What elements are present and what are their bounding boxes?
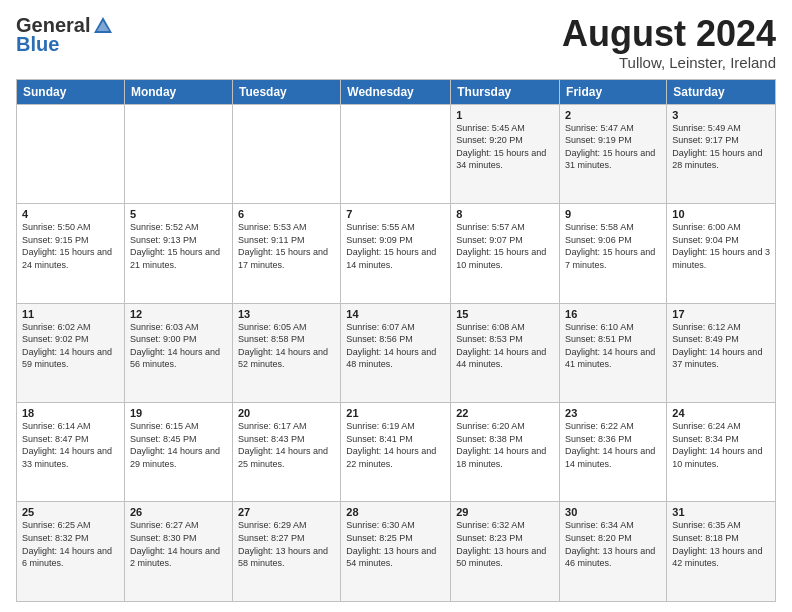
calendar-table: Sunday Monday Tuesday Wednesday Thursday…: [16, 79, 776, 602]
day-detail: Sunrise: 6:35 AMSunset: 8:18 PMDaylight:…: [672, 519, 770, 569]
day-number: 18: [22, 407, 119, 419]
calendar-cell: 17Sunrise: 6:12 AMSunset: 8:49 PMDayligh…: [667, 303, 776, 402]
day-detail: Sunrise: 6:03 AMSunset: 9:00 PMDaylight:…: [130, 321, 227, 371]
day-detail: Sunrise: 6:29 AMSunset: 8:27 PMDaylight:…: [238, 519, 335, 569]
day-detail: Sunrise: 5:55 AMSunset: 9:09 PMDaylight:…: [346, 221, 445, 271]
calendar-cell: 14Sunrise: 6:07 AMSunset: 8:56 PMDayligh…: [341, 303, 451, 402]
day-number: 21: [346, 407, 445, 419]
calendar-cell: 29Sunrise: 6:32 AMSunset: 8:23 PMDayligh…: [451, 502, 560, 602]
day-number: 5: [130, 208, 227, 220]
calendar-cell: 13Sunrise: 6:05 AMSunset: 8:58 PMDayligh…: [232, 303, 340, 402]
logo-icon: [92, 15, 114, 37]
calendar-cell: [124, 104, 232, 203]
calendar-cell: 11Sunrise: 6:02 AMSunset: 9:02 PMDayligh…: [17, 303, 125, 402]
day-number: 26: [130, 506, 227, 518]
day-number: 22: [456, 407, 554, 419]
day-number: 7: [346, 208, 445, 220]
header-row: Sunday Monday Tuesday Wednesday Thursday…: [17, 79, 776, 104]
calendar-cell: 28Sunrise: 6:30 AMSunset: 8:25 PMDayligh…: [341, 502, 451, 602]
col-saturday: Saturday: [667, 79, 776, 104]
calendar-cell: 6Sunrise: 5:53 AMSunset: 9:11 PMDaylight…: [232, 204, 340, 303]
calendar-cell: 5Sunrise: 5:52 AMSunset: 9:13 PMDaylight…: [124, 204, 232, 303]
day-number: 10: [672, 208, 770, 220]
day-number: 27: [238, 506, 335, 518]
day-detail: Sunrise: 6:22 AMSunset: 8:36 PMDaylight:…: [565, 420, 661, 470]
col-monday: Monday: [124, 79, 232, 104]
calendar-cell: [341, 104, 451, 203]
day-number: 6: [238, 208, 335, 220]
day-number: 8: [456, 208, 554, 220]
header: General Blue August 2024 Tullow, Leinste…: [16, 14, 776, 71]
day-detail: Sunrise: 6:02 AMSunset: 9:02 PMDaylight:…: [22, 321, 119, 371]
day-detail: Sunrise: 5:47 AMSunset: 9:19 PMDaylight:…: [565, 122, 661, 172]
title-block: August 2024 Tullow, Leinster, Ireland: [562, 14, 776, 71]
day-detail: Sunrise: 5:57 AMSunset: 9:07 PMDaylight:…: [456, 221, 554, 271]
day-detail: Sunrise: 6:12 AMSunset: 8:49 PMDaylight:…: [672, 321, 770, 371]
day-number: 30: [565, 506, 661, 518]
day-number: 24: [672, 407, 770, 419]
col-thursday: Thursday: [451, 79, 560, 104]
day-number: 25: [22, 506, 119, 518]
day-detail: Sunrise: 6:20 AMSunset: 8:38 PMDaylight:…: [456, 420, 554, 470]
day-detail: Sunrise: 6:30 AMSunset: 8:25 PMDaylight:…: [346, 519, 445, 569]
day-detail: Sunrise: 6:00 AMSunset: 9:04 PMDaylight:…: [672, 221, 770, 271]
calendar-cell: 12Sunrise: 6:03 AMSunset: 9:00 PMDayligh…: [124, 303, 232, 402]
col-wednesday: Wednesday: [341, 79, 451, 104]
calendar-cell: 16Sunrise: 6:10 AMSunset: 8:51 PMDayligh…: [560, 303, 667, 402]
day-number: 3: [672, 109, 770, 121]
calendar-cell: 26Sunrise: 6:27 AMSunset: 8:30 PMDayligh…: [124, 502, 232, 602]
calendar-cell: 8Sunrise: 5:57 AMSunset: 9:07 PMDaylight…: [451, 204, 560, 303]
day-detail: Sunrise: 6:32 AMSunset: 8:23 PMDaylight:…: [456, 519, 554, 569]
day-detail: Sunrise: 6:10 AMSunset: 8:51 PMDaylight:…: [565, 321, 661, 371]
calendar-cell: 15Sunrise: 6:08 AMSunset: 8:53 PMDayligh…: [451, 303, 560, 402]
logo: General Blue: [16, 14, 114, 56]
day-number: 2: [565, 109, 661, 121]
day-number: 31: [672, 506, 770, 518]
day-number: 14: [346, 308, 445, 320]
day-detail: Sunrise: 6:08 AMSunset: 8:53 PMDaylight:…: [456, 321, 554, 371]
calendar-week-1: 1Sunrise: 5:45 AMSunset: 9:20 PMDaylight…: [17, 104, 776, 203]
calendar-cell: 24Sunrise: 6:24 AMSunset: 8:34 PMDayligh…: [667, 403, 776, 502]
day-detail: Sunrise: 6:07 AMSunset: 8:56 PMDaylight:…: [346, 321, 445, 371]
day-number: 20: [238, 407, 335, 419]
calendar-cell: 18Sunrise: 6:14 AMSunset: 8:47 PMDayligh…: [17, 403, 125, 502]
day-number: 13: [238, 308, 335, 320]
calendar-cell: 1Sunrise: 5:45 AMSunset: 9:20 PMDaylight…: [451, 104, 560, 203]
day-number: 1: [456, 109, 554, 121]
logo-blue-text: Blue: [16, 33, 59, 56]
calendar-cell: 2Sunrise: 5:47 AMSunset: 9:19 PMDaylight…: [560, 104, 667, 203]
calendar-cell: 10Sunrise: 6:00 AMSunset: 9:04 PMDayligh…: [667, 204, 776, 303]
day-detail: Sunrise: 6:17 AMSunset: 8:43 PMDaylight:…: [238, 420, 335, 470]
month-title: August 2024: [562, 14, 776, 54]
calendar-cell: 7Sunrise: 5:55 AMSunset: 9:09 PMDaylight…: [341, 204, 451, 303]
calendar-cell: 3Sunrise: 5:49 AMSunset: 9:17 PMDaylight…: [667, 104, 776, 203]
day-number: 23: [565, 407, 661, 419]
calendar-cell: 27Sunrise: 6:29 AMSunset: 8:27 PMDayligh…: [232, 502, 340, 602]
calendar-cell: 31Sunrise: 6:35 AMSunset: 8:18 PMDayligh…: [667, 502, 776, 602]
day-detail: Sunrise: 5:45 AMSunset: 9:20 PMDaylight:…: [456, 122, 554, 172]
calendar-week-4: 18Sunrise: 6:14 AMSunset: 8:47 PMDayligh…: [17, 403, 776, 502]
calendar-cell: 30Sunrise: 6:34 AMSunset: 8:20 PMDayligh…: [560, 502, 667, 602]
day-detail: Sunrise: 6:25 AMSunset: 8:32 PMDaylight:…: [22, 519, 119, 569]
day-detail: Sunrise: 6:24 AMSunset: 8:34 PMDaylight:…: [672, 420, 770, 470]
calendar-cell: 20Sunrise: 6:17 AMSunset: 8:43 PMDayligh…: [232, 403, 340, 502]
calendar-cell: 25Sunrise: 6:25 AMSunset: 8:32 PMDayligh…: [17, 502, 125, 602]
day-number: 19: [130, 407, 227, 419]
day-detail: Sunrise: 6:27 AMSunset: 8:30 PMDaylight:…: [130, 519, 227, 569]
day-detail: Sunrise: 6:14 AMSunset: 8:47 PMDaylight:…: [22, 420, 119, 470]
day-number: 28: [346, 506, 445, 518]
day-detail: Sunrise: 6:15 AMSunset: 8:45 PMDaylight:…: [130, 420, 227, 470]
day-number: 29: [456, 506, 554, 518]
page: General Blue August 2024 Tullow, Leinste…: [0, 0, 792, 612]
day-number: 4: [22, 208, 119, 220]
day-detail: Sunrise: 5:49 AMSunset: 9:17 PMDaylight:…: [672, 122, 770, 172]
day-number: 11: [22, 308, 119, 320]
calendar-cell: [17, 104, 125, 203]
day-detail: Sunrise: 6:34 AMSunset: 8:20 PMDaylight:…: [565, 519, 661, 569]
day-detail: Sunrise: 5:53 AMSunset: 9:11 PMDaylight:…: [238, 221, 335, 271]
col-sunday: Sunday: [17, 79, 125, 104]
calendar-cell: 21Sunrise: 6:19 AMSunset: 8:41 PMDayligh…: [341, 403, 451, 502]
day-detail: Sunrise: 5:50 AMSunset: 9:15 PMDaylight:…: [22, 221, 119, 271]
day-detail: Sunrise: 6:05 AMSunset: 8:58 PMDaylight:…: [238, 321, 335, 371]
col-tuesday: Tuesday: [232, 79, 340, 104]
